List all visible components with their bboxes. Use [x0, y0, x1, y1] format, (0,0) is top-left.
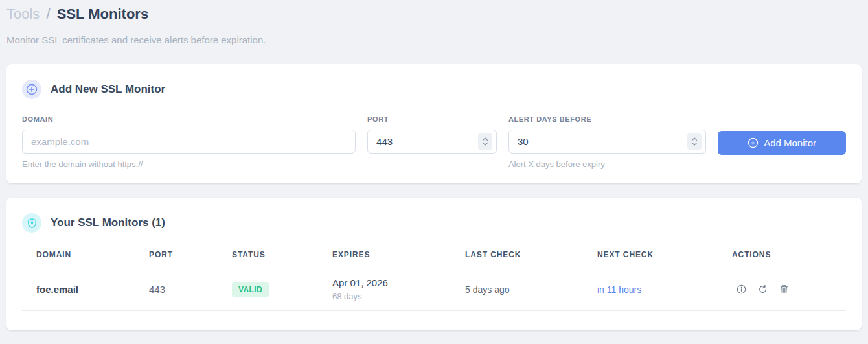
- table-header-row: DOMAIN PORT STATUS EXPIRES LAST CHECK NE…: [22, 250, 846, 268]
- col-header-last-check: LAST CHECK: [465, 250, 597, 259]
- col-header-status: STATUS: [232, 250, 332, 259]
- alert-days-field-group: ALERT DAYS BEFORE Alert X days before ex…: [508, 115, 706, 169]
- port-input-wrap: [367, 130, 497, 154]
- add-card-header: Add New SSL Monitor: [22, 80, 846, 99]
- delete-button[interactable]: [779, 284, 789, 294]
- add-card-title: Add New SSL Monitor: [51, 83, 165, 96]
- col-header-port: PORT: [149, 250, 232, 259]
- add-monitor-button-label: Add Monitor: [764, 137, 816, 148]
- alert-days-input-wrap: [508, 130, 706, 154]
- expires-date: Apr 01, 2026: [332, 277, 465, 288]
- breadcrumb-separator: /: [43, 6, 52, 22]
- ssl-monitors-page: Tools / SSL Monitors Monitor SSL certifi…: [0, 0, 868, 344]
- monitors-list-card: Your SSL Monitors (1) DOMAIN PORT STATUS…: [6, 198, 862, 330]
- add-monitor-form: DOMAIN Enter the domain without https://…: [22, 115, 846, 169]
- col-header-next-check: NEXT CHECK: [597, 250, 732, 259]
- monitors-card-title: Your SSL Monitors (1): [51, 216, 165, 229]
- trash-icon: [779, 284, 789, 294]
- add-monitor-card: Add New SSL Monitor DOMAIN Enter the dom…: [6, 64, 862, 183]
- monitors-table: DOMAIN PORT STATUS EXPIRES LAST CHECK NE…: [22, 250, 846, 311]
- alert-days-helper-text: Alert X days before expiry: [508, 159, 706, 169]
- circle-plus-icon: [748, 137, 759, 148]
- monitor-port: 443: [149, 284, 232, 295]
- monitors-card-header: Your SSL Monitors (1): [22, 213, 846, 233]
- info-icon: [737, 284, 746, 294]
- domain-label: DOMAIN: [22, 115, 356, 123]
- monitor-status-cell: VALID: [232, 282, 332, 297]
- shield-icon: [22, 213, 41, 233]
- monitor-actions-cell: [732, 284, 846, 294]
- monitor-last-check: 5 days ago: [465, 284, 597, 295]
- refresh-icon: [758, 284, 768, 294]
- domain-field-group: DOMAIN Enter the domain without https://: [22, 115, 356, 169]
- alert-days-label: ALERT DAYS BEFORE: [508, 115, 706, 123]
- port-stepper[interactable]: [478, 133, 492, 150]
- monitor-domain: foe.email: [36, 284, 149, 295]
- alert-days-input[interactable]: [508, 130, 706, 154]
- col-header-actions: ACTIONS: [732, 250, 846, 259]
- circle-plus-icon: [22, 80, 41, 99]
- page-header: Tools / SSL Monitors Monitor SSL certifi…: [0, 0, 868, 45]
- domain-helper-text: Enter the domain without https://: [22, 159, 356, 169]
- refresh-button[interactable]: [758, 284, 768, 294]
- breadcrumb: Tools / SSL Monitors: [6, 5, 860, 23]
- info-button[interactable]: [737, 284, 746, 294]
- status-badge: VALID: [232, 282, 269, 297]
- port-field-group: PORT: [367, 115, 497, 154]
- port-label: PORT: [367, 115, 497, 123]
- col-header-expires: EXPIRES: [332, 250, 465, 259]
- add-monitor-button[interactable]: Add Monitor: [718, 131, 846, 155]
- domain-input[interactable]: [22, 130, 356, 154]
- page-subtitle: Monitor SSL certificates and receive ale…: [6, 34, 860, 45]
- monitor-expires-cell: Apr 01, 2026 68 days: [332, 277, 465, 301]
- col-header-domain: DOMAIN: [36, 250, 149, 259]
- page-title: SSL Monitors: [57, 6, 148, 22]
- breadcrumb-tools-link[interactable]: Tools: [6, 6, 40, 22]
- port-input[interactable]: [367, 130, 497, 154]
- expires-days-remaining: 68 days: [332, 292, 465, 301]
- table-row: foe.email 443 VALID Apr 01, 2026 68 days…: [22, 268, 846, 311]
- monitor-next-check[interactable]: in 11 hours: [597, 284, 732, 295]
- alert-days-stepper[interactable]: [687, 133, 702, 150]
